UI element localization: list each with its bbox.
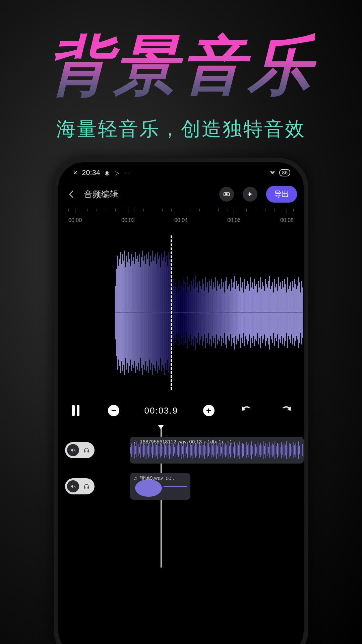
svg-rect-294: [263, 441, 263, 459]
svg-rect-239: [191, 445, 192, 455]
track-row: ♫ 1687955618112.wav 00:13 +1db 1x +1: [65, 436, 304, 464]
svg-rect-221: [168, 445, 169, 455]
clip-filename: 转场9.wav: [140, 475, 163, 481]
svg-rect-283: [249, 443, 249, 457]
waveform-graphic: [115, 235, 303, 390]
svg-rect-261: [220, 444, 221, 456]
ruler-tick-label: 00:08: [280, 217, 294, 223]
statusbar-time: 20:34: [82, 168, 100, 177]
svg-rect-297: [267, 444, 267, 456]
svg-rect-315: [290, 444, 291, 456]
svg-rect-308: [281, 442, 282, 458]
svg-rect-317: [293, 442, 294, 458]
svg-rect-206: [148, 443, 149, 458]
timeline-ruler[interactable]: 00:00 00:02 00:04 00:06 00:08: [58, 209, 304, 235]
svg-rect-198: [138, 444, 138, 456]
svg-point-328: [135, 479, 162, 497]
svg-rect-251: [207, 443, 207, 458]
svg-rect-192: [130, 447, 131, 453]
music-note-icon: ♫: [133, 475, 137, 481]
pause-icon: [72, 405, 79, 416]
svg-rect-242: [195, 443, 196, 458]
svg-rect-268: [229, 446, 230, 454]
svg-rect-191: [88, 451, 89, 452]
undo-button[interactable]: [239, 403, 254, 418]
zoom-out-button[interactable]: −: [108, 405, 119, 416]
playhead[interactable]: [171, 235, 172, 390]
svg-rect-227: [176, 442, 176, 458]
track-controls-pill: [65, 442, 95, 458]
svg-rect-197: [136, 443, 137, 458]
svg-rect-274: [237, 443, 238, 457]
svg-rect-326: [84, 487, 85, 489]
ruler-tick-label: 00:04: [174, 217, 188, 223]
svg-rect-215: [160, 443, 161, 458]
svg-rect-322: [299, 446, 300, 454]
svg-rect-286: [252, 446, 253, 454]
svg-rect-229: [178, 443, 179, 457]
mute-button[interactable]: [67, 444, 79, 456]
svg-rect-220: [167, 443, 167, 457]
svg-rect-230: [180, 445, 180, 455]
svg-line-189: [74, 449, 75, 451]
svg-rect-209: [152, 442, 153, 458]
svg-rect-306: [279, 444, 279, 456]
svg-rect-259: [217, 446, 218, 454]
clip-filename: 1687955618112.wav: [140, 439, 186, 444]
svg-rect-225: [173, 444, 174, 456]
svg-rect-214: [159, 446, 159, 454]
equalizer-button[interactable]: [219, 187, 234, 202]
svg-rect-252: [208, 444, 209, 456]
svg-rect-201: [142, 445, 142, 455]
ruler-tick-label: 00:06: [227, 217, 241, 223]
svg-rect-279: [243, 444, 244, 456]
solo-headphone-button[interactable]: [80, 444, 93, 456]
svg-rect-226: [174, 447, 175, 453]
redo-button[interactable]: [279, 403, 294, 418]
svg-rect-247: [202, 443, 202, 457]
svg-rect-289: [256, 447, 257, 453]
track-controls-pill: [65, 478, 95, 494]
svg-rect-287: [254, 443, 254, 458]
mute-button[interactable]: [67, 480, 79, 492]
svg-rect-298: [268, 447, 269, 453]
svg-rect-304: [276, 446, 277, 454]
app-header: 音频编辑 导出: [58, 180, 304, 209]
clip-duration: 00:13: [189, 439, 202, 444]
waveform-button[interactable]: [243, 187, 257, 202]
back-button[interactable]: [65, 187, 78, 201]
svg-rect-212: [156, 445, 157, 455]
svg-rect-303: [275, 441, 275, 459]
audio-clip[interactable]: ♫ 1687955618112.wav 00:13 +1db 1x +1: [130, 437, 304, 464]
svg-rect-224: [172, 443, 172, 458]
svg-rect-217: [163, 447, 163, 453]
svg-rect-233: [183, 443, 184, 458]
svg-rect-275: [238, 445, 239, 455]
zoom-in-button[interactable]: +: [203, 405, 215, 416]
svg-rect-223: [170, 446, 171, 454]
svg-rect-232: [182, 446, 183, 454]
svg-rect-216: [161, 444, 162, 456]
svg-rect-314: [289, 443, 290, 458]
svg-rect-273: [236, 445, 236, 455]
svg-rect-288: [255, 444, 256, 456]
svg-rect-262: [221, 447, 222, 453]
svg-rect-245: [199, 442, 200, 458]
svg-rect-278: [242, 443, 243, 458]
svg-rect-319: [295, 443, 296, 457]
pause-button[interactable]: [68, 403, 83, 418]
svg-rect-241: [194, 446, 194, 454]
svg-rect-246: [200, 445, 201, 455]
svg-rect-309: [283, 445, 283, 455]
svg-rect-257: [215, 445, 216, 455]
audio-clip[interactable]: ♫ 转场9.wav 00:..: [130, 473, 190, 500]
more-icon: ⋯: [124, 169, 130, 176]
svg-rect-321: [298, 441, 299, 459]
export-button[interactable]: 导出: [266, 186, 297, 203]
svg-rect-320: [297, 445, 297, 455]
wifi-icon: [269, 169, 276, 176]
main-waveform[interactable]: [58, 235, 304, 390]
svg-rect-207: [149, 444, 150, 456]
svg-rect-196: [135, 446, 136, 454]
solo-headphone-button[interactable]: [80, 480, 93, 492]
